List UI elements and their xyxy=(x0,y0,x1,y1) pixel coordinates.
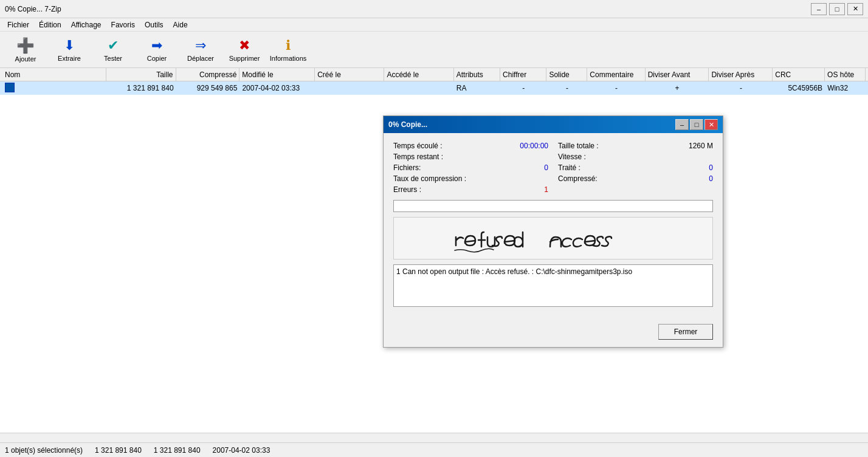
col-accede: Accédé le xyxy=(384,68,453,81)
info-icon: ℹ xyxy=(286,38,291,53)
field-compresse: Compressé: 0 xyxy=(558,173,713,184)
horizontal-scrollbar[interactable] xyxy=(0,433,868,442)
file-name xyxy=(2,83,106,94)
col-commentaire: Commentaire xyxy=(587,68,645,81)
file-attr: RA xyxy=(454,84,500,92)
delete-button[interactable]: ✖ Supprimer xyxy=(224,34,265,66)
col-compresse: Compressé xyxy=(176,68,240,81)
maximize-button[interactable]: □ xyxy=(829,3,845,15)
taille-label: Taille totale : xyxy=(558,142,599,150)
field-temps-restant: Temps restant : xyxy=(393,151,548,162)
col-nom: Nom xyxy=(2,68,106,81)
close-window-button[interactable]: ✕ xyxy=(847,3,863,15)
file-solid: - xyxy=(547,84,588,92)
dialog-title-controls: – □ ✕ xyxy=(675,119,718,130)
col-crc: CRC xyxy=(773,68,825,81)
file-encrypt: - xyxy=(500,84,546,92)
move-icon: ⇒ xyxy=(195,38,206,53)
dialog-footer: Fermer xyxy=(384,319,723,347)
fermer-button[interactable]: Fermer xyxy=(658,324,713,340)
table-row[interactable]: 1 321 891 840 929 549 865 2007-04-02 03:… xyxy=(0,81,868,95)
file-size: 1 321 891 840 xyxy=(106,84,176,92)
test-icon: ✔ xyxy=(108,38,119,53)
col-modifie: Modifié le xyxy=(239,68,315,81)
dialog-title: 0% Copie... xyxy=(388,120,427,129)
taux-label: Taux de compression : xyxy=(393,174,466,183)
dialog-left-col: Temps écoulé : 00:00:00 Temps restant : … xyxy=(393,140,548,195)
status-selection: 1 objet(s) sélectionné(s) xyxy=(5,446,83,455)
file-icon xyxy=(5,83,15,92)
handwritten-area xyxy=(393,217,713,259)
move-button[interactable]: ⇒ Déplacer xyxy=(180,34,221,66)
menu-outils[interactable]: Outils xyxy=(140,19,168,30)
erreurs-value: 1 xyxy=(544,185,548,194)
col-chiffrer: Chiffrer xyxy=(500,68,546,81)
window-controls: – □ ✕ xyxy=(811,3,863,15)
field-vitesse: Vitesse : xyxy=(558,151,713,162)
toolbar: ➕ Ajouter ⬇ Extraire ✔ Tester ➡ Copier ⇒… xyxy=(0,32,868,68)
col-diviser-avant: Diviser Avant xyxy=(646,68,709,81)
field-fichiers: Fichiers: 0 xyxy=(393,162,548,173)
copy-icon: ➡ xyxy=(151,38,162,53)
file-modified: 2007-04-02 03:33 xyxy=(239,84,315,92)
taille-value: 1260 M xyxy=(689,142,713,150)
extract-icon: ⬇ xyxy=(64,38,75,53)
dialog-title-bar: 0% Copie... – □ ✕ xyxy=(384,116,723,133)
error-line: 1 Can not open output file : Accès refus… xyxy=(396,267,632,276)
col-diviser-apres: Diviser Après xyxy=(709,68,773,81)
col-solide: Solide xyxy=(546,68,587,81)
field-taux-compression: Taux de compression : xyxy=(393,173,548,184)
column-headers: Nom Taille Compressé Modifié le Créé le … xyxy=(0,68,868,81)
menu-fichier[interactable]: Fichier xyxy=(2,19,34,30)
delete-icon: ✖ xyxy=(239,38,250,53)
error-log: 1 Can not open output file : Accès refus… xyxy=(393,264,713,307)
info-button[interactable]: ℹ Informations xyxy=(267,34,309,66)
add-button[interactable]: ➕ Ajouter xyxy=(5,34,46,66)
delete-label: Supprimer xyxy=(229,55,260,62)
fichiers-label: Fichiers: xyxy=(393,163,421,172)
extract-button[interactable]: ⬇ Extraire xyxy=(49,34,90,66)
field-temps-ecoule: Temps écoulé : 00:00:00 xyxy=(393,140,548,151)
file-os: Win32 xyxy=(825,84,866,92)
status-bar: 1 objet(s) sélectionné(s) 1 321 891 840 … xyxy=(0,442,868,457)
traite-value: 0 xyxy=(709,163,713,172)
test-label: Tester xyxy=(104,55,122,62)
progress-bar-container xyxy=(393,200,713,212)
col-cree: Créé le xyxy=(315,68,384,81)
test-button[interactable]: ✔ Tester xyxy=(92,34,134,66)
erreurs-label: Erreurs : xyxy=(393,185,421,194)
minimize-button[interactable]: – xyxy=(811,3,827,15)
copy-button[interactable]: ➡ Copier xyxy=(136,34,177,66)
field-erreurs: Erreurs : 1 xyxy=(393,184,548,195)
menu-bar: Fichier Édition Affichage Favoris Outils… xyxy=(0,18,868,32)
temps-ecoule-label: Temps écoulé : xyxy=(393,142,443,150)
menu-aide[interactable]: Aide xyxy=(168,19,193,30)
status-size2: 1 321 891 840 xyxy=(154,446,201,455)
menu-favoris[interactable]: Favoris xyxy=(106,19,140,30)
col-taille: Taille xyxy=(106,68,176,81)
field-taille-totale: Taille totale : 1260 M xyxy=(558,140,713,151)
dialog-body: Temps écoulé : 00:00:00 Temps restant : … xyxy=(384,133,723,319)
fichiers-value: 0 xyxy=(544,163,548,172)
temps-ecoule-value: 00:00:00 xyxy=(520,142,548,150)
traite-label: Traité : xyxy=(558,163,580,172)
compresse-label: Compressé: xyxy=(558,174,598,183)
menu-edition[interactable]: Édition xyxy=(34,19,66,30)
status-date: 2007-04-02 03:33 xyxy=(213,446,270,455)
copy-label: Copier xyxy=(147,55,167,62)
add-icon: ➕ xyxy=(16,37,35,54)
info-label: Informations xyxy=(270,55,307,62)
col-attr: Attributs xyxy=(454,68,500,81)
window-title: 0% Copie... 7-Zip xyxy=(5,5,61,13)
vitesse-label: Vitesse : xyxy=(558,153,586,161)
col-os: OS hôte xyxy=(825,68,866,81)
handwritten-svg xyxy=(444,220,663,256)
file-divafter: - xyxy=(709,84,773,92)
field-traite: Traité : 0 xyxy=(558,162,713,173)
dialog-close-button[interactable]: ✕ xyxy=(704,119,718,130)
menu-affichage[interactable]: Affichage xyxy=(66,19,106,30)
dialog-maximize-button[interactable]: □ xyxy=(690,119,703,130)
temps-restant-label: Temps restant : xyxy=(393,153,443,161)
dialog-minimize-button[interactable]: – xyxy=(675,119,689,130)
title-bar: 0% Copie... 7-Zip – □ ✕ xyxy=(0,0,868,18)
